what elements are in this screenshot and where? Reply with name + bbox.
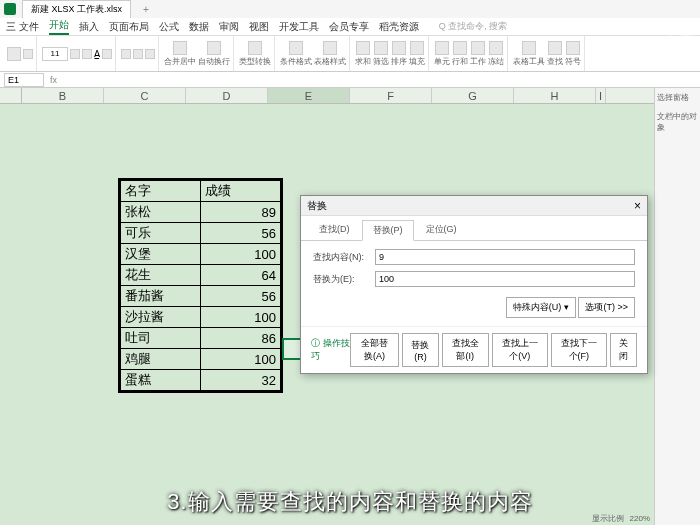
search-menu[interactable]: Q 查找命令, 搜索 [439, 20, 508, 33]
table-cell[interactable]: 可乐 [121, 223, 201, 244]
header-score[interactable]: 成绩 [201, 181, 281, 202]
menu-insert[interactable]: 插入 [79, 20, 99, 34]
menu-review[interactable]: 审阅 [219, 20, 239, 34]
data-table: 名字成绩 张松89 可乐56 汉堡100 花生64 番茄酱56 沙拉酱100 吐… [118, 178, 283, 393]
menu-dev[interactable]: 开发工具 [279, 20, 319, 34]
menu-bar: 三 文件 开始 插入 页面布局 公式 数据 审阅 视图 开发工具 会员专享 稻壳… [0, 18, 700, 36]
find-label: 查找内容(N): [313, 251, 369, 264]
align-right-icon[interactable] [145, 49, 155, 59]
cell-icon[interactable] [435, 41, 449, 55]
replace-all-button[interactable]: 全部替换(A) [350, 333, 400, 367]
status-bar: 显示比例 220% [592, 511, 650, 525]
table-cell[interactable]: 100 [201, 307, 281, 328]
tab-find[interactable]: 查找(D) [309, 220, 360, 241]
wrap-icon[interactable] [207, 41, 221, 55]
formula-bar: E1 fx [0, 72, 700, 88]
fontcolor-icon[interactable] [102, 49, 112, 59]
table-cell[interactable]: 89 [201, 202, 281, 223]
fontsize-input[interactable]: 11 [42, 47, 68, 61]
col-B[interactable]: B [22, 88, 104, 103]
col-E[interactable]: E [268, 88, 350, 103]
dialog-titlebar[interactable]: 替换 × [301, 196, 647, 216]
table-cell[interactable]: 100 [201, 349, 281, 370]
table-cell[interactable]: 张松 [121, 202, 201, 223]
freeze-icon[interactable] [489, 41, 503, 55]
zoom-value[interactable]: 220% [630, 514, 650, 523]
sheet-icon[interactable] [471, 41, 485, 55]
table-cell[interactable]: 沙拉酱 [121, 307, 201, 328]
menu-member[interactable]: 会员专享 [329, 20, 369, 34]
typeconv-icon[interactable] [248, 41, 262, 55]
cell-reference[interactable]: E1 [4, 73, 44, 87]
col-D[interactable]: D [186, 88, 268, 103]
options-button[interactable]: 选项(T) >> [578, 297, 635, 318]
condformat-icon[interactable] [289, 41, 303, 55]
sum-icon[interactable] [356, 41, 370, 55]
table-cell[interactable]: 鸡腿 [121, 349, 201, 370]
fx-label[interactable]: fx [50, 75, 57, 85]
find-prev-button[interactable]: 查找上一个(V) [492, 333, 548, 367]
align-center-icon[interactable] [133, 49, 143, 59]
fill-icon[interactable] [410, 41, 424, 55]
task-pane: 选择窗格 文档中的对象 [654, 88, 700, 525]
dialog-title-text: 替换 [307, 199, 327, 213]
find-all-button[interactable]: 查找全部(I) [442, 333, 489, 367]
replace-dialog: 替换 × 查找(D) 替换(P) 定位(G) 查找内容(N): 替换为(E): … [300, 195, 648, 374]
menu-resources[interactable]: 稻壳资源 [379, 20, 419, 34]
cut-icon[interactable] [23, 49, 33, 59]
col-C[interactable]: C [104, 88, 186, 103]
table-cell[interactable]: 吐司 [121, 328, 201, 349]
document-tab[interactable]: 新建 XLSX 工作表.xlsx [22, 0, 131, 18]
col-I[interactable]: I [596, 88, 606, 103]
bold-icon[interactable] [70, 49, 80, 59]
menu-home[interactable]: 开始 [49, 18, 69, 35]
table-cell[interactable]: 32 [201, 370, 281, 391]
menu-data[interactable]: 数据 [189, 20, 209, 34]
title-bar: 新建 XLSX 工作表.xlsx + [0, 0, 700, 18]
tab-goto[interactable]: 定位(G) [416, 220, 467, 241]
table-cell[interactable]: 64 [201, 265, 281, 286]
find-next-button[interactable]: 查找下一个(F) [551, 333, 607, 367]
find-input[interactable] [375, 249, 635, 265]
menu-layout[interactable]: 页面布局 [109, 20, 149, 34]
header-name[interactable]: 名字 [121, 181, 201, 202]
column-headers: B C D E F G H I [0, 88, 654, 104]
table-cell[interactable]: 花生 [121, 265, 201, 286]
app-icon [4, 3, 16, 15]
file-menu[interactable]: 三 文件 [6, 20, 39, 34]
replace-input[interactable] [375, 271, 635, 287]
select-all-corner[interactable] [0, 88, 22, 103]
table-cell[interactable]: 番茄酱 [121, 286, 201, 307]
tab-replace[interactable]: 替换(P) [362, 220, 414, 241]
underline-icon[interactable] [82, 49, 92, 59]
sort-icon[interactable] [392, 41, 406, 55]
col-G[interactable]: G [432, 88, 514, 103]
merge-icon[interactable] [173, 41, 187, 55]
tips-link[interactable]: ⓘ 操作技巧 [311, 337, 350, 363]
align-left-icon[interactable] [121, 49, 131, 59]
tablestyle-icon[interactable] [323, 41, 337, 55]
new-tab-button[interactable]: + [137, 4, 155, 15]
table-cell[interactable]: 100 [201, 244, 281, 265]
row-icon[interactable] [453, 41, 467, 55]
close-button[interactable]: 关闭 [610, 333, 637, 367]
col-H[interactable]: H [514, 88, 596, 103]
symbol-icon[interactable] [566, 41, 580, 55]
menu-formula[interactable]: 公式 [159, 20, 179, 34]
table-cell[interactable]: 蛋糕 [121, 370, 201, 391]
table-cell[interactable]: 56 [201, 286, 281, 307]
col-F[interactable]: F [350, 88, 432, 103]
close-icon[interactable]: × [634, 199, 641, 213]
filter-icon[interactable] [374, 41, 388, 55]
find-icon[interactable] [548, 41, 562, 55]
table-cell[interactable]: 86 [201, 328, 281, 349]
table-cell[interactable]: 汉堡 [121, 244, 201, 265]
ribbon: 11A̲ 合并居中自动换行 类型转换 条件格式表格样式 求和筛选排序填充 单元行… [0, 36, 700, 72]
paste-icon[interactable] [7, 47, 21, 61]
pane-subtitle: 文档中的对象 [657, 111, 698, 133]
special-content-button[interactable]: 特殊内容(U) ▾ [506, 297, 576, 318]
menu-view[interactable]: 视图 [249, 20, 269, 34]
replace-button[interactable]: 替换(R) [402, 333, 439, 367]
table-cell[interactable]: 56 [201, 223, 281, 244]
tabletools-icon[interactable] [522, 41, 536, 55]
